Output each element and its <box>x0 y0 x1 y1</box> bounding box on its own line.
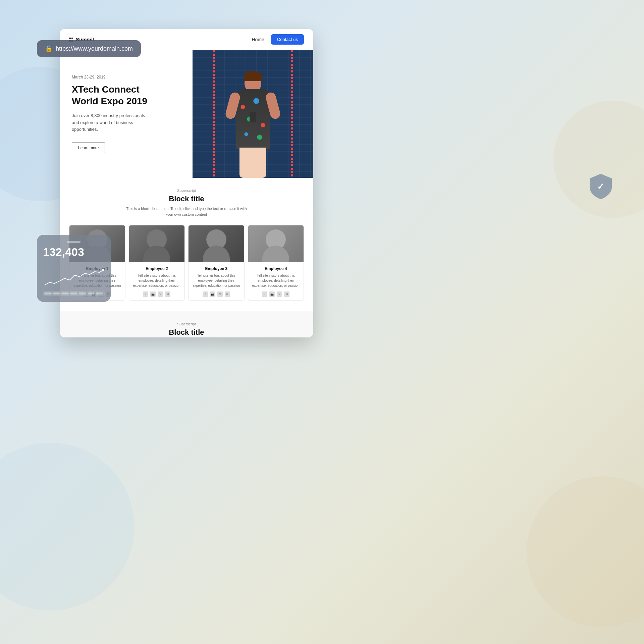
twitter-icon-2[interactable]: 𝕏 <box>158 291 163 297</box>
facebook-icon-4[interactable]: f <box>262 291 267 297</box>
avatar-body-4 <box>262 246 289 262</box>
team-superscript: Superscript <box>68 189 305 193</box>
shield-icon: ✓ <box>586 171 616 201</box>
employee-info-3: Employee 3 Tell site visitors about this… <box>189 262 244 300</box>
svg-text:✓: ✓ <box>597 181 604 192</box>
employee-social-4: f 📷 𝕏 ✉ <box>252 291 300 297</box>
shield-badge: ✓ <box>586 171 616 201</box>
instagram-icon-4[interactable]: 📷 <box>269 291 275 297</box>
employee-name-4: Employee 4 <box>252 266 300 271</box>
employee-card-4: Employee 4 Tell site visitors about this… <box>248 225 304 301</box>
employee-social-3: f 📷 𝕏 ✉ <box>193 291 240 297</box>
twitter-icon-3[interactable]: 𝕏 <box>217 291 223 297</box>
employee-photo-4 <box>248 225 304 262</box>
employee-name-2: Employee 2 <box>133 266 181 271</box>
instagram-icon-2[interactable]: 📷 <box>150 291 156 297</box>
avatar-body-3 <box>203 246 230 262</box>
employee-desc-4: Tell site visitors about this employee, … <box>252 273 300 288</box>
employee-card-3: Employee 3 Tell site visitors about this… <box>188 225 245 301</box>
instagram-icon-3[interactable]: 📷 <box>210 291 215 297</box>
stats-widget: 132,403 <box>37 235 111 302</box>
bar-3 <box>61 292 69 294</box>
twitter-icon-4[interactable]: 𝕏 <box>277 291 282 297</box>
nav-links: Home Contact us <box>252 34 304 45</box>
hero-section: March 23-29, 2019 XTech Connect World Ex… <box>60 50 313 178</box>
hero-title: XTech Connect World Expo 2019 <box>72 84 180 107</box>
bar-1 <box>44 292 52 294</box>
employee-desc-3: Tell site visitors about this employee, … <box>193 273 240 288</box>
facebook-icon-3[interactable]: f <box>203 291 208 297</box>
employee-photo-2 <box>129 225 185 262</box>
hero-description: Join over 8,800 industry professionals a… <box>72 112 146 133</box>
bg-decoration-bottom-left <box>0 443 134 610</box>
speaker-figure <box>226 70 280 178</box>
contact-button[interactable]: Contact us <box>271 34 304 45</box>
hero-title-line2: World Expo 2019 <box>72 96 147 106</box>
learn-more-button[interactable]: Learn more <box>72 143 105 153</box>
team-title: Block title <box>68 195 305 203</box>
bar-4 <box>70 292 77 294</box>
led-strip-right <box>291 50 293 178</box>
led-strip-left <box>213 50 215 178</box>
stats-bars <box>43 291 105 296</box>
employee-info-2: Employee 2 Tell site visitors about this… <box>129 262 185 300</box>
stats-chart <box>43 259 105 288</box>
hero-content: March 23-29, 2019 XTech Connect World Ex… <box>60 50 193 178</box>
speaker-legs <box>239 148 266 178</box>
second-superscript: Superscript <box>68 322 305 326</box>
employee-desc-2: Tell site visitors about this employee, … <box>133 273 181 288</box>
employee-card-2: Employee 2 Tell site visitors about this… <box>129 225 185 301</box>
speaker-phone <box>250 112 256 122</box>
speaker-hair <box>244 71 262 81</box>
employee-name-3: Employee 3 <box>193 266 240 271</box>
bar-5 <box>79 292 86 294</box>
lock-icon: 🔒 <box>45 45 52 52</box>
bar-6 <box>88 292 95 294</box>
hero-image <box>193 50 313 178</box>
stats-top-bar <box>67 241 80 243</box>
avatar-body-2 <box>143 246 170 262</box>
bar-2 <box>53 292 60 294</box>
logo-dot-1 <box>69 38 71 39</box>
chart-endpoint <box>102 269 104 271</box>
email-icon-2[interactable]: ✉ <box>165 291 170 297</box>
bg-decoration-bottom-right <box>527 476 644 627</box>
hero-title-line1: XTech Connect <box>72 84 140 95</box>
team-description: This is a block description. To edit, cl… <box>126 206 247 217</box>
employee-photo-3 <box>189 225 244 262</box>
second-title: Block title <box>68 328 305 337</box>
facebook-icon-2[interactable]: f <box>143 291 148 297</box>
employee-social-2: f 📷 𝕏 ✉ <box>133 291 181 297</box>
url-bar[interactable]: 🔒 https://www.yourdomain.com <box>37 40 141 57</box>
nav-home-link[interactable]: Home <box>252 37 264 42</box>
line-chart <box>43 268 105 288</box>
email-icon-3[interactable]: ✉ <box>225 291 230 297</box>
url-text: https://www.yourdomain.com <box>56 45 133 52</box>
email-icon-4[interactable]: ✉ <box>284 291 289 297</box>
bar-7 <box>96 292 103 294</box>
stats-number: 132,403 <box>43 246 105 259</box>
second-section: Superscript Block title This is a block … <box>60 311 313 337</box>
chart-line <box>45 270 103 285</box>
hero-date: March 23-29, 2019 <box>72 75 180 79</box>
logo-dot-2 <box>71 38 73 39</box>
employee-info-4: Employee 4 Tell site visitors about this… <box>248 262 304 300</box>
